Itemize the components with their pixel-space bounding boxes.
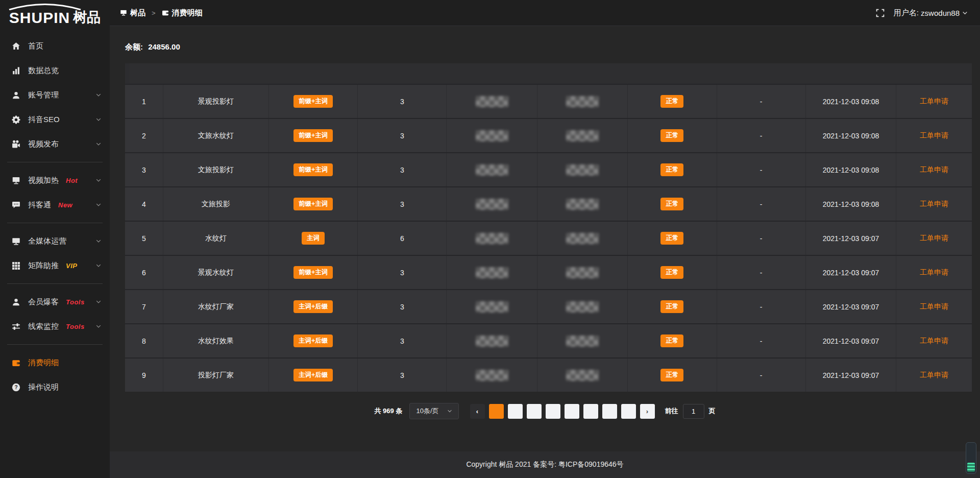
page-number-button[interactable]	[546, 404, 560, 419]
breadcrumb-current[interactable]: 消费明细	[162, 8, 203, 18]
cell-balance-before	[447, 290, 537, 323]
sidebar-item-label: 全媒体运营	[28, 236, 66, 246]
cell-index: 8	[125, 324, 163, 357]
sidebar-item[interactable]: 数据总览	[0, 58, 110, 83]
sidebar-item-label: 视频加热	[28, 176, 59, 185]
cell-amount: 3	[358, 256, 447, 289]
floating-widget[interactable]	[966, 442, 976, 474]
monitor-icon	[11, 236, 21, 246]
work-order-link[interactable]: 工单申请	[920, 302, 948, 312]
logo[interactable]: SHUPIN 树品	[0, 0, 110, 31]
sidebar-item[interactable]: 矩阵助推 VIP	[0, 253, 110, 278]
cell-balance-before	[447, 222, 537, 255]
cell-amount: 3	[358, 187, 447, 221]
redacted-value	[566, 267, 599, 278]
type-badge: 前缀+主词	[293, 198, 333, 210]
svg-text:?: ?	[14, 384, 17, 390]
redacted-value	[476, 199, 508, 210]
goto-page-input[interactable]	[683, 404, 704, 419]
table-row: 2 文旅水纹灯 前缀+主词 3 正常 - 2021-12-03 09:08 工单…	[125, 118, 972, 152]
consumption-table: 1 景观投影灯 前缀+主词 3 正常 - 2021-12-03 09:08 工单…	[125, 63, 972, 392]
sidebar-item[interactable]: 账号管理	[0, 83, 110, 107]
cell-amount: 3	[358, 85, 447, 118]
work-order-link[interactable]: 工单申请	[920, 165, 948, 175]
redacted-value	[566, 96, 599, 107]
sidebar-item[interactable]: 全媒体运营	[0, 229, 110, 253]
sidebar-item[interactable]: 首页	[0, 34, 110, 58]
sidebar-item[interactable]: 会员爆客 Tools	[0, 290, 110, 314]
page-number-button[interactable]	[565, 404, 579, 419]
cell-time: 2021-12-03 09:08	[806, 153, 897, 186]
sidebar-item[interactable]: 视频加热 Hot	[0, 168, 110, 193]
redacted-value	[566, 370, 599, 381]
cell-balance-after	[537, 290, 628, 323]
cell-status: 正常	[628, 119, 717, 152]
cell-status: 正常	[628, 222, 717, 255]
cell-index: 5	[125, 222, 163, 255]
work-order-link[interactable]: 工单申请	[920, 337, 948, 346]
sidebar-item-label: 矩阵助推	[28, 261, 59, 271]
breadcrumb-label-2: 消费明细	[172, 8, 203, 18]
cell-keyword: 景观投影灯	[163, 85, 269, 118]
next-page-button[interactable]: ›	[640, 404, 655, 419]
site-icon	[120, 9, 127, 16]
sidebar-divider	[7, 162, 103, 162]
cell-keyword: 水纹灯	[163, 222, 269, 255]
work-order-link[interactable]: 工单申请	[920, 97, 948, 106]
cell-type: 前缀+主词	[269, 256, 358, 289]
cell-status: 正常	[628, 358, 717, 392]
cell-action: 工单申请	[896, 290, 972, 323]
cell-type: 前缀+主词	[269, 187, 358, 221]
redacted-value	[476, 336, 508, 347]
sidebar-item-label: 首页	[28, 41, 43, 51]
sidebar: SHUPIN 树品 首页 数据总览 账号管理 抖音SEO 视频发布 视	[0, 0, 110, 478]
work-order-link[interactable]: 工单申请	[920, 131, 948, 140]
prev-page-button[interactable]: ‹	[470, 404, 485, 419]
page-number-button[interactable]	[527, 404, 542, 419]
work-order-link[interactable]: 工单申请	[920, 200, 948, 209]
work-order-link[interactable]: 工单申请	[920, 234, 948, 243]
page-number-button[interactable]	[489, 404, 504, 419]
cell-index: 6	[125, 256, 163, 289]
page-number-button[interactable]	[602, 404, 617, 419]
cell-time: 2021-12-03 09:07	[806, 290, 897, 323]
heat-icon	[11, 176, 21, 185]
sidebar-item[interactable]: 视频发布	[0, 132, 110, 156]
work-order-link[interactable]: 工单申请	[920, 371, 948, 380]
page-size-select[interactable]: 10条/页	[409, 403, 458, 419]
sidebar-menu: 首页 数据总览 账号管理 抖音SEO 视频发布 视频加热 Hot	[0, 31, 110, 399]
status-badge: 正常	[660, 198, 683, 210]
redacted-value	[476, 267, 508, 278]
cell-action: 工单申请	[896, 256, 972, 289]
work-order-link[interactable]: 工单申请	[920, 268, 948, 277]
redacted-value	[476, 164, 508, 176]
sidebar-item[interactable]: 抖客通 New	[0, 193, 110, 217]
cell-balance-after	[537, 153, 628, 186]
sidebar-item-label: 消费明细	[28, 358, 59, 368]
page-number-button[interactable]	[508, 404, 523, 419]
sidebar-item[interactable]: 消费明细	[0, 350, 110, 375]
fullscreen-icon[interactable]	[876, 9, 885, 17]
page-number-button[interactable]	[583, 404, 598, 419]
type-badge: 前缀+主词	[293, 129, 333, 142]
pagination-total: 共 969 条	[375, 407, 403, 416]
sidebar-item[interactable]: ? 操作说明	[0, 375, 110, 399]
sidebar-item[interactable]: 抖音SEO	[0, 107, 110, 132]
cell-index: 2	[125, 119, 163, 152]
cell-balance-after	[537, 358, 628, 392]
cell-balance-after	[537, 85, 628, 118]
balance: 余额: 24856.00	[110, 26, 980, 63]
cell-remark: -	[717, 187, 806, 221]
cell-index: 3	[125, 153, 163, 186]
cell-type: 前缀+主词	[269, 85, 358, 118]
sidebar-item[interactable]: 线索监控 Tools	[0, 314, 110, 339]
username-label: 用户名:	[894, 8, 919, 18]
cell-remark: -	[717, 153, 806, 186]
redacted-value	[476, 130, 508, 141]
cell-remark: -	[717, 119, 806, 152]
breadcrumb-home[interactable]: 树品	[120, 8, 145, 18]
sliders-icon	[11, 322, 21, 331]
page-number-button[interactable]	[621, 404, 636, 419]
user-dropdown[interactable]: 用户名: zswodun88	[894, 8, 968, 18]
floating-widget-stripes	[967, 463, 975, 472]
